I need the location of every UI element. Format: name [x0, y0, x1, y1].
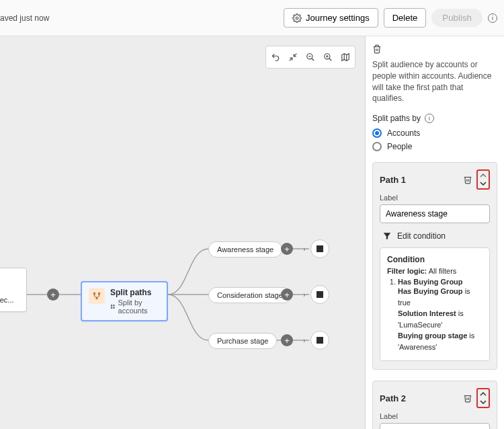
svg-point-11 [98, 292, 99, 294]
path-pill-purchase[interactable]: Purchase stage [208, 333, 277, 349]
radio-accounts[interactable]: Accounts [372, 128, 497, 138]
chevron-right-icon: › [300, 244, 309, 254]
svg-point-0 [296, 17, 298, 20]
stop-icon [317, 291, 323, 298]
move-up-button[interactable] [479, 391, 487, 397]
svg-rect-13 [111, 305, 112, 306]
stop-icon [317, 337, 323, 344]
chevron-right-icon: › [300, 290, 309, 299]
path-1-label-input[interactable] [380, 204, 490, 223]
move-up-button[interactable] [479, 172, 487, 179]
delete-icon[interactable] [372, 44, 382, 54]
add-node-button[interactable]: + [281, 288, 293, 301]
journey-settings-button[interactable]: Journey settings [284, 8, 378, 28]
end-node[interactable] [310, 239, 329, 258]
add-node-button[interactable]: + [281, 243, 293, 255]
stop-icon [317, 245, 323, 252]
svg-rect-15 [111, 307, 112, 309]
label-field-label: Label [380, 194, 490, 202]
delete-path-icon[interactable] [463, 393, 472, 403]
path-pill-awareness[interactable]: Awareness stage [208, 241, 282, 258]
svg-point-10 [93, 292, 95, 294]
split-node-subtitle: Split by accounts [110, 299, 160, 315]
chevron-right-icon: › [300, 336, 309, 345]
delete-button[interactable]: Delete [384, 8, 427, 28]
entry-node-line: umaSec... [0, 296, 19, 304]
radio-people[interactable]: People [372, 142, 497, 151]
label-field-label: Label [380, 412, 490, 420]
edit-condition-label: Edit condition [397, 231, 446, 241]
svg-rect-14 [113, 305, 114, 306]
info-icon[interactable]: i [425, 114, 434, 123]
path-2-block: Path 2 Label Edit condition Condition Fi… [372, 381, 497, 429]
gear-icon [292, 13, 302, 23]
delete-path-icon[interactable] [463, 175, 472, 184]
journey-settings-label: Journey settings [306, 13, 370, 23]
radio-accounts-label: Accounts [387, 128, 420, 138]
panel-description: Split audience by accounts or people wit… [372, 59, 497, 104]
publish-button: Publish [431, 9, 482, 27]
svg-point-12 [96, 297, 97, 299]
move-down-button[interactable] [479, 399, 487, 405]
path-1-title: Path 1 [380, 175, 406, 185]
saved-status: aved just now [0, 13, 49, 23]
path-pill-consideration[interactable]: Consideration stage [208, 287, 292, 303]
properties-panel: Split audience by accounts or people wit… [366, 36, 504, 429]
journey-canvas[interactable]: ring ent umaSec... + Split paths Split b… [0, 36, 366, 429]
end-node[interactable] [310, 285, 329, 304]
add-node-button[interactable]: + [47, 288, 59, 301]
reorder-controls [476, 169, 490, 190]
info-icon[interactable]: i [488, 13, 497, 23]
split-paths-node[interactable]: Split paths Split by accounts [81, 281, 168, 321]
split-icon [89, 288, 105, 304]
entry-node-title: ring [0, 276, 19, 284]
edit-condition-button[interactable]: Edit condition [382, 231, 490, 241]
move-down-button[interactable] [479, 180, 487, 187]
path-2-title: Path 2 [380, 393, 406, 403]
split-by-label: Split paths by [372, 114, 421, 123]
entry-node-line: ent [0, 286, 19, 294]
entry-node[interactable]: ring ent umaSec... [0, 268, 27, 312]
path-2-label-input[interactable] [380, 423, 490, 429]
path-1-block: Path 1 Label Edit condition Condition Fi… [372, 162, 497, 370]
add-node-button[interactable]: + [281, 334, 293, 346]
svg-rect-16 [113, 307, 114, 309]
condition-summary: Condition Filter logic: All filters Has … [380, 247, 490, 361]
split-node-title: Split paths [110, 288, 160, 297]
radio-people-label: People [387, 142, 412, 151]
filter-icon [382, 231, 392, 241]
end-node[interactable] [310, 331, 329, 350]
reorder-controls [476, 388, 490, 408]
